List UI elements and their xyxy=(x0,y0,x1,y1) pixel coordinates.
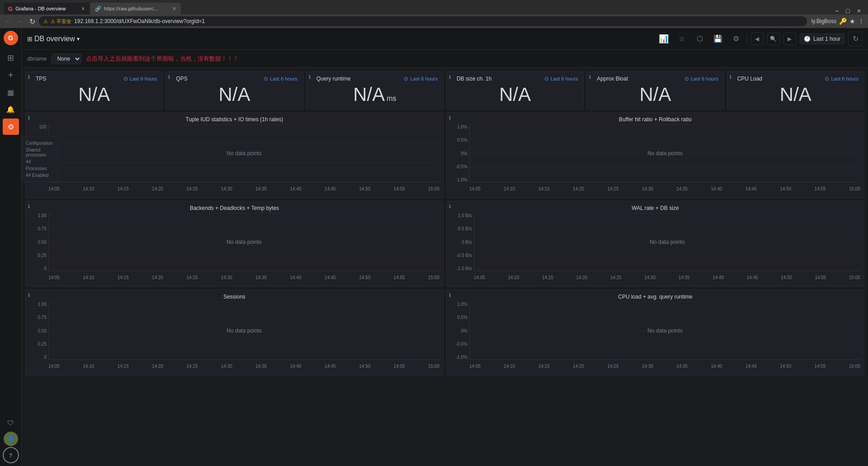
qr-value: N/Ams xyxy=(312,84,438,105)
cl-info-icon[interactable]: ℹ xyxy=(730,74,731,80)
filterbar: dbname None 点击导入之后就能看到这个界面啦，当然，没有数据！！！ xyxy=(22,50,868,68)
wal-info-icon[interactable]: ℹ xyxy=(449,204,451,209)
dashboard-title[interactable]: ⊞ DB overview ▾ xyxy=(27,35,80,43)
qps-info-icon[interactable]: ℹ xyxy=(168,74,170,80)
prev-time-button[interactable]: ◀ xyxy=(751,33,764,45)
sessions-no-data: No data points xyxy=(226,328,261,334)
share-button[interactable]: ⬡ xyxy=(693,32,707,46)
dashboard-settings-button[interactable]: ⚙ xyxy=(729,32,743,46)
time-picker-label: Last 1 hour xyxy=(813,36,840,42)
tab2-close[interactable]: × xyxy=(173,5,176,12)
backends-chart-area: 1.000.750.500.250 No data points 14:0514… xyxy=(29,213,439,280)
buffer-info-icon[interactable]: ℹ xyxy=(449,115,451,121)
sessions-info-icon[interactable]: ℹ xyxy=(28,292,30,298)
filter-message: 点击导入之后就能看到这个界面啦，当然，没有数据！！！ xyxy=(86,55,239,63)
stat-panel-approx-bloat: ℹ Approx Bloat ⊙ Last 6 hours N/A xyxy=(586,71,724,109)
chart-row-1: ℹ Tuple IUD statistics + IO times (1h ra… xyxy=(25,112,864,198)
tps-time-label: Last 6 hours xyxy=(130,76,157,81)
browser-tab-1[interactable]: G Grafana - DB overview × xyxy=(4,3,90,14)
sidebar-item-dashboards[interactable]: ▦ xyxy=(3,84,19,100)
cl-time-label: Last 6 hours xyxy=(831,76,859,81)
wal-title: WAL rate + DB size xyxy=(450,205,860,211)
time-picker-icon: 🕐 xyxy=(804,36,811,42)
dbs-value: N/A xyxy=(452,84,578,105)
grafana-logo[interactable]: G xyxy=(4,31,18,45)
sidebar-item-home[interactable]: ⊞ xyxy=(3,50,19,66)
window-close[interactable]: × xyxy=(854,7,864,14)
security-warning: ⚠ xyxy=(43,19,48,24)
wal-chart-area: 1.0 B/s0.5 B/s0 B/s-0.5 B/s-1.0 B/s No d… xyxy=(450,213,860,280)
app: G ⊞ + ▦ 🔔 ⚙ 🛡 👤 ? ⊞ DB overview ▾ 📊 ☆ ⬡ … xyxy=(0,28,868,466)
stat-panel-db-size: ℹ DB size ch. 1h ⊙ Last 6 hours N/A xyxy=(446,71,584,109)
cl-header: CPU Load ⊙ Last 6 hours xyxy=(733,76,859,82)
ab-time-icon: ⊙ xyxy=(684,76,689,82)
dbs-header: DB size ch. 1h ⊙ Last 6 hours xyxy=(452,76,578,82)
sidebar-item-profile[interactable]: 👤 xyxy=(4,432,18,446)
browser-right-actions: ly.BigBoss 🔑 ★ ⋮ xyxy=(809,18,864,25)
buffer-x-axis: 14:0514:1014:1514:2014:2514:3014:3514:40… xyxy=(469,186,860,191)
config-item-5: 44 Enabled xyxy=(26,173,54,178)
dbname-label: dbname xyxy=(27,56,47,62)
cpuq-info-icon[interactable]: ℹ xyxy=(449,292,451,298)
dbs-time-icon: ⊙ xyxy=(544,76,549,82)
cpuq-grid: No data points xyxy=(469,302,860,360)
dbname-select[interactable]: None xyxy=(51,53,81,64)
cl-value: N/A xyxy=(733,84,859,105)
address-prefix: ⚠ 不安全 xyxy=(51,18,71,25)
window-minimize[interactable]: − xyxy=(831,7,842,14)
window-maximize[interactable]: □ xyxy=(842,7,853,14)
tab2-label: https://raw.githubuserc... xyxy=(104,6,170,11)
ab-title: Approx Bloat xyxy=(597,76,628,82)
tps-info-icon[interactable]: ℹ xyxy=(28,74,30,80)
next-time-button[interactable]: ▶ xyxy=(783,33,796,45)
browser-action-2[interactable]: ★ xyxy=(849,18,855,25)
star-button[interactable]: ☆ xyxy=(675,32,689,46)
browser-toolbar: ← → ↻ ⚠ ⚠ 不安全 192.168.1.2:3000/d/UXFwOaN… xyxy=(0,14,868,28)
qr-info-icon[interactable]: ℹ xyxy=(309,74,311,80)
cl-title: CPU Load xyxy=(737,76,762,82)
tab1-label: Grafana - DB overview xyxy=(15,6,79,11)
dbs-title: DB size ch. 1h xyxy=(457,76,491,82)
tab1-close[interactable]: × xyxy=(81,5,85,12)
dbs-info-icon[interactable]: ℹ xyxy=(449,74,451,80)
tuple-title: Tuple IUD statistics + IO times (1h rate… xyxy=(29,116,439,123)
dbs-time: ⊙ Last 6 hours xyxy=(544,76,578,82)
ab-time-label: Last 6 hours xyxy=(691,76,718,81)
sidebar-item-add[interactable]: + xyxy=(3,67,19,83)
zoom-out-button[interactable]: 🔍 xyxy=(767,33,780,45)
sidebar-item-alerts[interactable]: 🔔 xyxy=(3,101,19,118)
buffer-chart-area: 1.0%0.5%0%-0.5%-1.0% No data points 14:0… xyxy=(450,124,860,191)
time-picker[interactable]: 🕐 Last 1 hour xyxy=(800,33,844,44)
ab-info-icon[interactable]: ℹ xyxy=(589,74,591,80)
tps-time-icon: ⊙ xyxy=(123,76,128,82)
backends-info-icon[interactable]: ℹ xyxy=(28,204,30,209)
forward-button[interactable]: → xyxy=(15,17,25,25)
add-panel-button[interactable]: 📊 xyxy=(656,32,671,46)
buffer-grid: No data points xyxy=(469,124,860,182)
sidebar-item-help[interactable]: ? xyxy=(3,447,19,463)
browser-action-1[interactable]: 🔑 xyxy=(839,18,847,25)
back-button[interactable]: ← xyxy=(4,17,14,25)
wal-grid: No data points xyxy=(474,213,860,271)
grid-icon: ⊞ xyxy=(27,35,33,43)
reload-button[interactable]: ↻ xyxy=(27,17,37,26)
save-button[interactable]: 💾 xyxy=(711,32,725,46)
address-bar[interactable]: ⚠ ⚠ 不安全 192.168.1.2:3000/d/UXFwOaNIk/db-… xyxy=(39,16,807,26)
cpuq-y-axis: 1.0%0.5%0%-0.5%-1.0% xyxy=(450,302,469,360)
tuple-x-axis: 14:0514:1014:1514:2014:2514:3014:3514:40… xyxy=(48,186,439,191)
browser-tab-2[interactable]: 🔗 https://raw.githubuserc... × xyxy=(90,3,181,14)
ab-header: Approx Bloat ⊙ Last 6 hours xyxy=(592,76,718,82)
refresh-button[interactable]: ↻ xyxy=(848,32,863,46)
sessions-y-axis: 1.000.750.500.250 xyxy=(29,302,48,360)
stat-panel-query-runtime: ℹ Query runtime ⊙ Last 6 hours N/Ams xyxy=(306,71,443,109)
chart-panel-tuple-iud: ℹ Tuple IUD statistics + IO times (1h ra… xyxy=(25,112,443,198)
sidebar-item-server-admin[interactable]: 🛡 xyxy=(3,414,19,431)
ab-time: ⊙ Last 6 hours xyxy=(684,76,718,82)
config-item-1[interactable]: Configuration xyxy=(26,141,54,146)
sidebar-item-settings[interactable]: ⚙ xyxy=(3,119,19,135)
tuple-info-icon[interactable]: ℹ xyxy=(28,115,30,121)
sessions-grid: No data points xyxy=(48,302,439,360)
window-controls: − □ × xyxy=(831,7,868,14)
browser-action-3[interactable]: ⋮ xyxy=(858,18,864,25)
cl-time-icon: ⊙ xyxy=(825,76,829,82)
